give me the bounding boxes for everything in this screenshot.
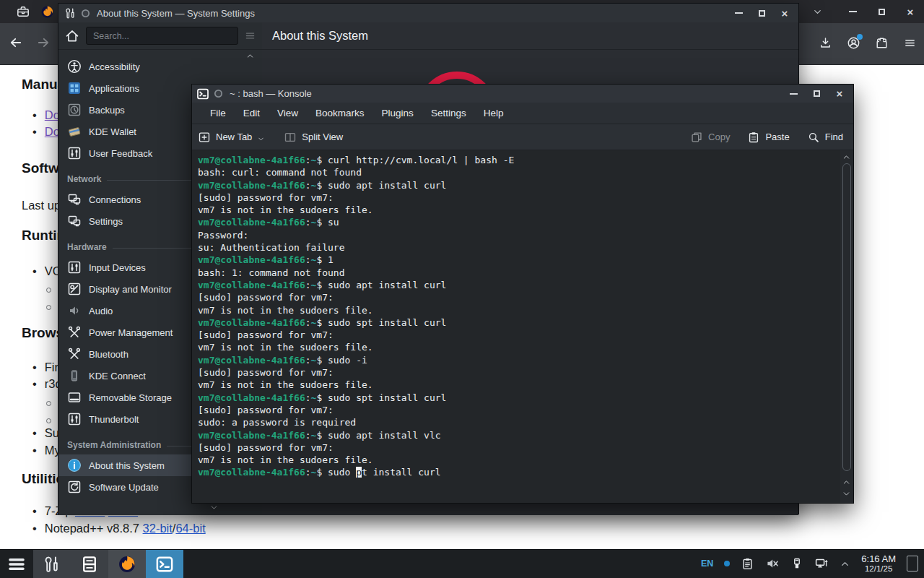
taskbar-tasks (33, 550, 183, 578)
clock-date: 12/1/25 (861, 564, 896, 574)
bullet: • (32, 504, 37, 517)
find-icon (807, 131, 820, 144)
scroll-up-icon[interactable] (842, 152, 851, 162)
accessibility-icon (67, 59, 82, 74)
extensions-icon[interactable] (875, 36, 889, 50)
paste-button[interactable]: Paste (747, 131, 789, 144)
app-launcher-button[interactable] (0, 550, 33, 578)
terminal-line: [sudo] password for vm7: (198, 366, 840, 379)
menu-plugins[interactable]: Plugins (374, 105, 422, 121)
toolbox-icon[interactable] (16, 4, 30, 19)
software-update-icon (67, 480, 82, 494)
sidebar-item-label: Settings (89, 216, 123, 227)
network-settings-icon (67, 214, 82, 228)
copy-button[interactable]: Copy (690, 131, 730, 144)
tab-list-chevron-icon[interactable] (812, 7, 823, 17)
display-settings-icon[interactable] (814, 556, 829, 571)
settings-minimize-button[interactable] (733, 8, 744, 18)
search-input[interactable] (86, 27, 238, 45)
settings-window-title: About this System — System Settings (97, 8, 255, 19)
window-menu-icon[interactable] (80, 8, 91, 19)
launcher-icon (7, 555, 26, 574)
terminal-line: vm7 is not in the sudoers file. (198, 341, 840, 353)
task-firefox[interactable] (108, 550, 146, 578)
task-konsole[interactable] (146, 550, 183, 578)
copy-icon (690, 131, 703, 144)
bullet: • (32, 264, 37, 277)
settings-close-button[interactable]: × (780, 8, 790, 18)
firefox-minimize-button[interactable] (847, 7, 858, 17)
menu-bookmarks[interactable]: Bookmarks (308, 105, 372, 121)
terminal-line: su: Authentication failure (198, 241, 840, 254)
about-system-icon (67, 458, 82, 473)
terminal-cursor: p (356, 467, 362, 478)
new-tab-button[interactable]: New Tab (198, 131, 265, 144)
sidebar-item-label: User Feedback (89, 148, 152, 159)
firefox-close-button[interactable]: × (905, 7, 915, 17)
page-link[interactable]: 32-bit (143, 522, 173, 535)
forward-icon[interactable] (36, 35, 51, 50)
terminal-line: vm7@collabne-4a1f66:~$ sudo spt install … (198, 316, 840, 329)
home-icon[interactable] (64, 28, 80, 44)
settings-titlebar[interactable]: About this System — System Settings × (58, 4, 798, 22)
prompt-user: vm7@collabne-4a1f66 (198, 155, 305, 165)
bullet: • (32, 108, 37, 121)
page-link[interactable]: 64-bit (175, 522, 205, 535)
scroll-line-up-icon[interactable] (842, 478, 851, 487)
split-view-button[interactable]: Split View (284, 131, 343, 144)
window-menu-icon[interactable] (213, 88, 224, 99)
terminal-line: [sudo] password for vm7: (198, 441, 840, 454)
tray-expand-icon[interactable] (840, 558, 850, 569)
user-feedback-icon (67, 146, 82, 160)
terminal-scrollbar[interactable] (840, 150, 853, 503)
terminal-line: [sudo] password for vm7: (198, 329, 840, 341)
clock[interactable]: 6:16 AM 12/1/25 (861, 553, 896, 574)
page-heading: Softw (22, 160, 59, 176)
clipboard-icon[interactable] (741, 557, 754, 571)
removable-device-icon[interactable] (790, 557, 803, 570)
terminal-line: Password: (198, 229, 840, 241)
hollow-bullet (46, 401, 51, 406)
thunderbolt-icon (67, 412, 82, 426)
keyboard-layout[interactable]: EN (701, 558, 713, 569)
sidebar-item-label: Software Update (89, 482, 159, 493)
scroll-line-down-icon[interactable] (842, 489, 851, 499)
volume-muted-icon[interactable] (765, 556, 780, 571)
konsole-close-button[interactable]: × (834, 89, 845, 99)
sidebar-item-accessibility[interactable]: Accessibility (58, 56, 262, 77)
terminal-line: [sudo] password for vm7: (198, 291, 840, 303)
menu-help[interactable]: Help (476, 105, 512, 121)
settings-maximize-button[interactable] (757, 8, 767, 18)
firefox-maximize-button[interactable] (876, 7, 886, 17)
account-icon[interactable] (847, 36, 860, 50)
konsole-app-icon (155, 555, 174, 574)
back-icon[interactable] (9, 35, 23, 50)
sidebar-scroll-up-icon[interactable] (245, 51, 255, 61)
task-text-editor[interactable] (71, 550, 108, 578)
task-system-settings[interactable] (33, 550, 71, 578)
konsole-titlebar[interactable]: ~ : bash — Konsole × (192, 85, 853, 103)
menu-icon[interactable] (903, 36, 917, 50)
tools-icon (43, 555, 61, 574)
terminal-line: bash: 1: command not found (198, 267, 840, 279)
konsole-window-title: ~ : bash — Konsole (230, 88, 312, 99)
sidebar-scroll-down-icon[interactable] (209, 503, 219, 512)
downloads-icon[interactable] (819, 36, 832, 50)
paste-icon (747, 131, 760, 144)
scrollbar-thumb[interactable] (842, 163, 851, 471)
menu-settings[interactable]: Settings (423, 105, 474, 121)
konsole-minimize-button[interactable] (788, 89, 798, 99)
menu-view[interactable]: View (269, 105, 306, 121)
menu-file[interactable]: File (202, 105, 234, 121)
show-desktop-button[interactable] (907, 556, 918, 571)
find-button[interactable]: Find (807, 131, 843, 144)
prompt-user: vm7@collabne-4a1f66 (198, 392, 305, 403)
konsole-maximize-button[interactable] (811, 89, 821, 99)
konsole-icon (196, 87, 209, 100)
firefox-logo-icon[interactable] (40, 5, 54, 19)
tray-status-dot[interactable] (724, 561, 730, 566)
sidebar-menu-icon[interactable] (244, 30, 256, 42)
terminal-output[interactable]: vm7@collabne-4a1f66:~$ curl http://cvm.l… (192, 150, 840, 503)
applications-icon (67, 81, 82, 95)
menu-edit[interactable]: Edit (235, 105, 268, 121)
